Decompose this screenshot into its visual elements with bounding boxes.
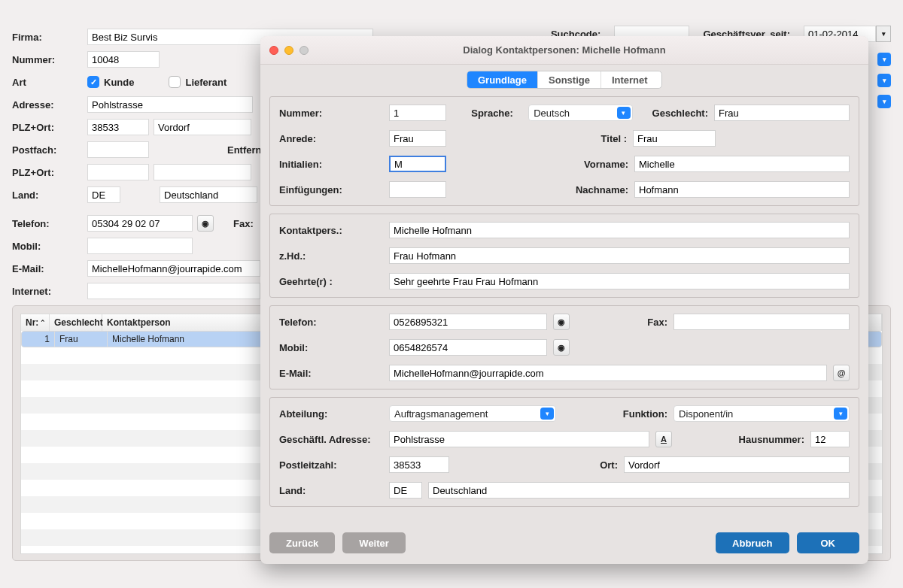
address-edit-icon[interactable]: A — [655, 431, 672, 447]
zoom-icon — [299, 46, 309, 55]
einfugungen-label: Einfügungen: — [279, 184, 383, 195]
group-salutation: Kontaktpers.: z.Hd.: Geehrte(r) : — [269, 214, 859, 298]
group-identity: Nummer: Sprache: Deutsch▾ Geschlecht: An… — [269, 96, 859, 206]
ort2-input[interactable] — [154, 164, 251, 180]
email-at-icon[interactable]: @ — [833, 365, 850, 381]
kontaktpers-label: Kontaktpers.: — [279, 225, 383, 236]
abteilung-label: Abteilung: — [279, 408, 383, 420]
titel-label: Titel : — [601, 133, 627, 144]
chevron-down-icon: ▾ — [540, 408, 554, 420]
adresse-input[interactable] — [87, 96, 253, 113]
group-contact: Telefon: ◉ Fax: Mobil: ◉ E-Mail: @ — [269, 305, 859, 389]
postfach-input[interactable] — [87, 141, 149, 158]
sort-asc-icon[interactable]: ⌃ — [40, 319, 46, 326]
initialien-input[interactable] — [389, 156, 446, 172]
dialog-title: Dialog Kontaktpersonen: Michelle Hofmann — [260, 44, 868, 56]
geehrte-label: Geehrte(r) : — [279, 276, 383, 287]
dlg-land-name-input[interactable] — [428, 482, 850, 499]
side-action-1[interactable]: ▾ — [877, 53, 891, 66]
side-action-2[interactable]: ▾ — [877, 74, 891, 87]
dlg-mobil-label: Mobil: — [279, 342, 383, 353]
geschlecht-label: Geschlecht: — [652, 108, 708, 119]
geehrte-input[interactable] — [389, 273, 850, 289]
abbruch-button[interactable]: Abbruch — [716, 532, 789, 553]
lieferant-label: Lieferant — [185, 77, 227, 88]
dlg-email-label: E-Mail: — [279, 368, 383, 379]
kunde-label: Kunde — [104, 77, 134, 88]
nummer-input[interactable] — [389, 105, 446, 121]
plzort-label: PLZ+Ort: — [12, 122, 83, 133]
email-input[interactable] — [87, 260, 260, 277]
contactperson-dialog: Dialog Kontaktpersonen: Michelle Hofmann… — [260, 36, 868, 564]
date-dropdown-icon[interactable]: ▾ — [876, 26, 891, 42]
dlg-telefon-label: Telefon: — [279, 317, 383, 328]
tab-sonstige[interactable]: Sonstige — [538, 71, 601, 88]
kontaktpers-input[interactable] — [389, 222, 850, 238]
close-icon[interactable] — [269, 46, 278, 55]
zhd-input[interactable] — [389, 247, 850, 264]
col-geschlecht[interactable]: Geschlecht — [50, 314, 102, 331]
funktion-label: Funktion: — [623, 408, 667, 420]
titel-input[interactable] — [633, 130, 716, 147]
dlg-land-code-input[interactable] — [389, 482, 422, 499]
dlg-fax-input[interactable] — [673, 314, 850, 330]
abteilung-select[interactable]: Auftragsmanagement▾ — [389, 405, 556, 422]
dial-icon[interactable]: ◉ — [553, 314, 570, 330]
nummer-input[interactable] — [87, 51, 160, 68]
dlg-mobil-input[interactable] — [389, 339, 547, 356]
art-label: Art — [12, 77, 83, 88]
postleitzahl-input[interactable] — [389, 456, 449, 473]
telefon-label: Telefon: — [12, 218, 83, 229]
phone-dial-icon[interactable]: ◉ — [197, 215, 214, 232]
chevron-down-icon: ▾ — [617, 107, 631, 119]
internet-input[interactable] — [87, 283, 260, 299]
postleitzahl-label: Postleitzahl: — [279, 459, 383, 471]
sprache-select[interactable]: Deutsch▾ — [528, 105, 632, 121]
funktion-select[interactable]: Disponent/in▾ — [673, 405, 850, 422]
einfugungen-input[interactable] — [389, 181, 446, 198]
geschlecht-input[interactable] — [714, 105, 850, 121]
anrede-input[interactable] — [389, 130, 446, 147]
adresse-label: Adresse: — [12, 99, 83, 111]
dialog-titlebar[interactable]: Dialog Kontaktpersonen: Michelle Hofmann — [260, 36, 868, 65]
anrede-label: Anrede: — [279, 133, 383, 144]
entfern-label: Entfern — [227, 144, 262, 156]
nummer-label: Nummer: — [12, 54, 83, 65]
nachname-input[interactable] — [634, 181, 850, 198]
zuruck-button[interactable]: Zurück — [269, 532, 335, 553]
dlg-email-input[interactable] — [389, 365, 827, 381]
minimize-icon[interactable] — [284, 46, 293, 55]
tab-internet[interactable]: Internet — [601, 71, 658, 88]
ort-input[interactable] — [154, 119, 251, 135]
initialien-label: Initialien: — [279, 159, 383, 170]
kunde-checkbox[interactable]: ✓ — [87, 76, 99, 88]
plzort2-label: PLZ+Ort: — [12, 167, 83, 178]
plz2-input[interactable] — [87, 164, 149, 180]
dlg-land-label: Land: — [279, 485, 383, 496]
tab-grundlage[interactable]: Grundlage — [467, 71, 538, 88]
internet-label: Internet: — [12, 286, 83, 297]
land-label: Land: — [12, 189, 83, 201]
geschaeftl-adresse-label: Geschäftl. Adresse: — [279, 434, 383, 445]
lieferant-checkbox[interactable] — [169, 76, 181, 88]
geschaeftl-adresse-input[interactable] — [389, 431, 649, 447]
ok-button[interactable]: OK — [797, 532, 860, 553]
telefon-input[interactable] — [87, 215, 193, 232]
dlg-telefon-input[interactable] — [389, 314, 547, 330]
side-action-3[interactable]: ▾ — [877, 95, 891, 108]
vorname-input[interactable] — [634, 156, 850, 172]
email-label: E-Mail: — [12, 263, 83, 274]
hausnummer-input[interactable] — [810, 431, 850, 447]
mobil-input[interactable] — [87, 238, 193, 254]
land-code-input[interactable] — [87, 186, 120, 203]
postfach-label: Postfach: — [12, 144, 83, 156]
weiter-button[interactable]: Weiter — [342, 532, 406, 553]
land-name-input[interactable] — [160, 186, 257, 203]
dial-mobile-icon[interactable]: ◉ — [553, 339, 570, 356]
col-nr[interactable]: Nr: — [26, 317, 38, 328]
dlg-ort-input[interactable] — [624, 456, 850, 473]
nummer-label: Nummer: — [279, 108, 383, 119]
group-business: Abteilung: Auftragsmanagement▾ Funktion:… — [269, 397, 859, 507]
mobil-label: Mobil: — [12, 241, 83, 252]
plz-input[interactable] — [87, 119, 149, 135]
